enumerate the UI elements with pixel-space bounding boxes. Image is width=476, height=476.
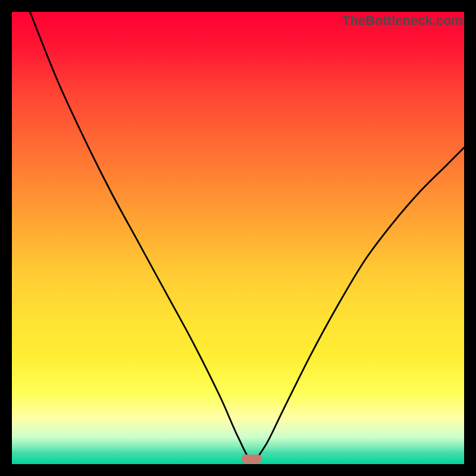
curve-svg [12,12,464,464]
chart-container: TheBottleneck.com [0,0,476,476]
bottleneck-curve-path [30,12,464,460]
attribution-label: TheBottleneck.com [342,13,463,29]
minimum-marker [242,455,262,463]
